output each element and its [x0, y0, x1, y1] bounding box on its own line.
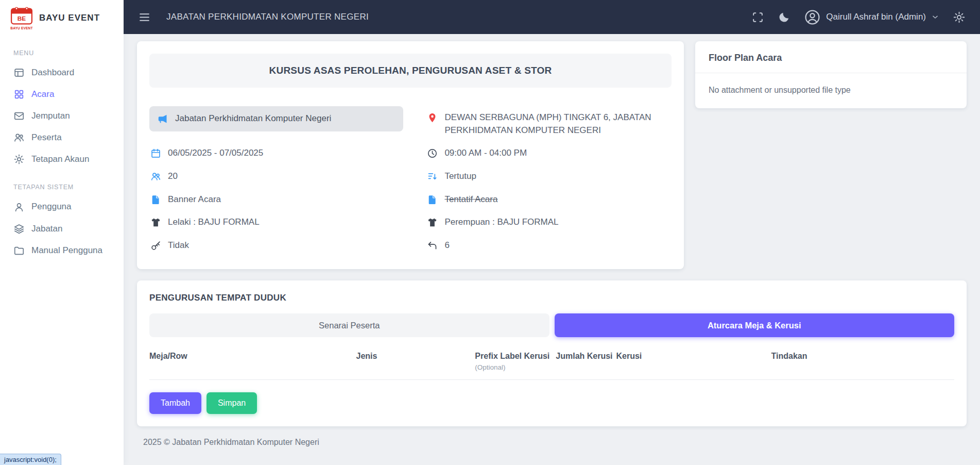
column-header-prefix: Prefix Label Kerusi (Optional) [423, 351, 556, 372]
sidebar-item-acara[interactable]: Acara [0, 84, 124, 105]
event-organizer: Jabatan Perkhidmatan Komputer Negeri [149, 106, 403, 131]
user-name: Qairull Ashraf bin (Admin) [826, 12, 926, 22]
column-header-jenis: Jenis [311, 351, 423, 362]
column-header-prefix-label: Prefix Label Kerusi [475, 352, 549, 360]
key-icon [150, 240, 161, 251]
sort-icon [427, 171, 438, 182]
column-header-kerusi: Kerusi [616, 351, 705, 362]
fullscreen-icon [751, 11, 764, 24]
event-banner-label: Banner Acara [168, 193, 221, 206]
sidebar: BE BAYU EVENT BAYU EVENT MENU Dashboard … [0, 0, 124, 465]
user-menu[interactable]: Qairull Ashraf bin (Admin) [804, 9, 939, 26]
floor-plan-title: Floor Plan Acara [709, 53, 953, 63]
dashboard-icon [13, 67, 25, 78]
event-reply-count: 6 [426, 234, 672, 257]
save-button[interactable]: Simpan [207, 392, 257, 414]
folder-icon [13, 245, 25, 256]
moon-icon [778, 11, 790, 24]
sidebar-item-label: Jabatan [31, 223, 63, 235]
dark-mode-button[interactable] [778, 11, 790, 24]
mail-icon [13, 110, 25, 122]
participants-icon [150, 171, 161, 182]
event-status: Tertutup [426, 165, 672, 188]
calendar-icon [150, 148, 161, 159]
seating-management-card: PENGURUSAN TEMPAT DUDUK Senarai Peserta … [137, 280, 967, 426]
clock-icon [427, 148, 438, 159]
browser-status-bubble: javascript:void(0); [0, 454, 61, 465]
event-title: KURSUS ASAS PEROLEHAN, PENGURUSAN ASET &… [149, 54, 672, 88]
fullscreen-button[interactable] [751, 11, 764, 24]
megaphone-icon [158, 113, 168, 124]
sidebar-item-dashboard[interactable]: Dashboard [0, 62, 124, 84]
event-details-grid: Jabatan Perkhidmatan Komputer Negeri DEW… [149, 106, 672, 257]
event-male-dress-label: Lelaki : BAJU FORMAL [168, 216, 260, 229]
logo-caption: BAYU EVENT [10, 26, 32, 30]
file-icon [150, 194, 161, 205]
menu-section-label: TETAPAN SISTEM [0, 170, 124, 196]
page-footer: 2025 © Jabatan Perkhidmatan Komputer Neg… [137, 426, 967, 455]
settings-button[interactable] [953, 11, 966, 24]
tab-senarai-peserta[interactable]: Senarai Peserta [149, 313, 549, 337]
sidebar-item-jabatan[interactable]: Jabatan [0, 218, 124, 240]
sidebar-item-peserta[interactable]: Peserta [0, 127, 124, 148]
event-participants: 20 [149, 165, 426, 188]
calendar-grid-icon [13, 89, 25, 100]
event-status-label: Tertutup [444, 170, 476, 183]
sidebar-item-label: Pengguna [31, 201, 72, 212]
users-icon [13, 132, 25, 143]
brand-name: BAYU EVENT [39, 13, 100, 23]
floor-plan-empty-message: No attachment or unsupported file type [709, 86, 953, 95]
event-organizer-label: Jabatan Perkhidmatan Komputer Negeri [175, 112, 331, 125]
event-date-range: 06/05/2025 - 07/05/2025 [149, 142, 426, 165]
event-venue: DEWAN SERBAGUNA (MPH) TINGKAT 6, JABATAN… [426, 106, 672, 142]
seating-table-header: Meja/Row Jenis Prefix Label Kerusi (Opti… [149, 351, 954, 380]
sidebar-item-label: Peserta [31, 132, 62, 143]
main-area: JABATAN PERKHIDMATAN KOMPUTER NEGERI [124, 0, 980, 465]
column-header-meja-row: Meja/Row [149, 351, 311, 362]
logo-icon: BE BAYU EVENT [9, 6, 34, 30]
seating-title: PENGURUSAN TEMPAT DUDUK [149, 293, 954, 303]
seating-tabs: Senarai Peserta Aturcara Meja & Kerusi [149, 313, 954, 337]
event-banner-link[interactable]: Banner Acara [149, 188, 426, 211]
topbar-actions: Qairull Ashraf bin (Admin) [751, 9, 966, 26]
sidebar-item-label: Tetapan Akaun [31, 154, 89, 165]
sidebar-item-jemputan[interactable]: Jemputan [0, 105, 124, 127]
page-content: KURSUS ASAS PEROLEHAN, PENGURUSAN ASET &… [124, 34, 980, 465]
chevron-down-icon [931, 13, 939, 21]
topbar: JABATAN PERKHIDMATAN KOMPUTER NEGERI [124, 0, 980, 34]
sidebar-item-label: Manual Pengguna [31, 245, 102, 256]
app-logo[interactable]: BE BAYU EVENT BAYU EVENT [0, 0, 124, 36]
tab-aturcara-meja-kerusi[interactable]: Aturcara Meja & Kerusi [555, 313, 955, 337]
sidebar-item-label: Acara [31, 89, 54, 100]
event-details-card: KURSUS ASAS PEROLEHAN, PENGURUSAN ASET &… [137, 41, 684, 269]
svg-text:BE: BE [18, 15, 26, 22]
user-icon [13, 202, 25, 213]
sidebar-item-pengguna[interactable]: Pengguna [0, 196, 124, 218]
add-row-button[interactable]: Tambah [149, 392, 201, 414]
sidebar-item-manual-pengguna[interactable]: Manual Pengguna [0, 240, 124, 261]
event-tentative-label: Tentatif Acara [444, 193, 497, 206]
topbar-title: JABATAN PERKHIDMATAN KOMPUTER NEGERI [166, 12, 369, 22]
sidebar-item-tetapan-akaun[interactable]: Tetapan Akaun [0, 148, 124, 170]
reply-icon [427, 240, 438, 251]
event-male-dresscode: Lelaki : BAJU FORMAL [149, 211, 426, 234]
column-header-prefix-note: (Optional) [475, 363, 549, 372]
sidebar-item-label: Dashboard [31, 67, 74, 78]
event-female-dress-label: Perempuan : BAJU FORMAL [444, 216, 558, 229]
event-time-label: 09:00 AM - 04:00 PM [444, 147, 527, 160]
event-date-label: 06/05/2025 - 07/05/2025 [168, 147, 263, 160]
column-header-jumlah-kerusi: Jumlah Kerusi [556, 351, 616, 362]
event-option-label: Tidak [168, 239, 189, 252]
seating-actions: Tambah Simpan [149, 392, 954, 414]
column-header-tindakan: Tindakan [704, 351, 873, 362]
sidebar-item-label: Jemputan [31, 110, 70, 122]
shirt-icon [150, 217, 161, 228]
event-participants-label: 20 [168, 170, 178, 183]
event-female-dresscode: Perempuan : BAJU FORMAL [426, 211, 672, 234]
event-time-range: 09:00 AM - 04:00 PM [426, 142, 672, 165]
menu-section-label: MENU [0, 36, 124, 62]
event-tentative-link[interactable]: Tentatif Acara [426, 188, 672, 211]
menu-toggle-button[interactable] [138, 11, 151, 24]
app-layout: BE BAYU EVENT BAYU EVENT MENU Dashboard … [0, 0, 980, 465]
floor-plan-card: Floor Plan Acara No attachment or unsupp… [695, 41, 967, 108]
